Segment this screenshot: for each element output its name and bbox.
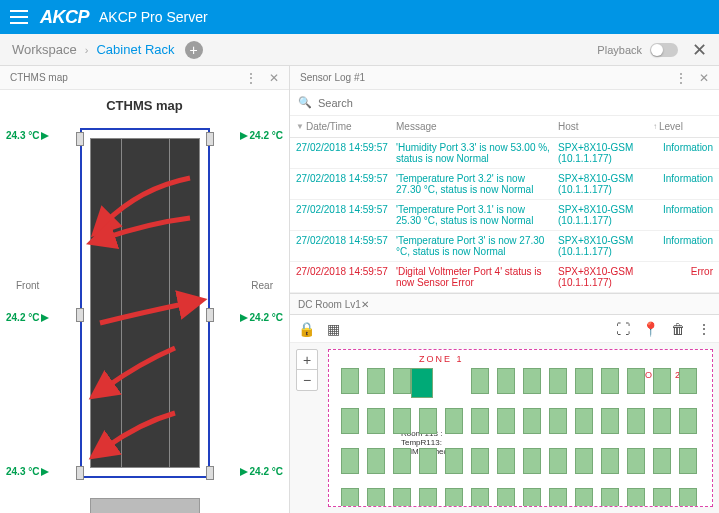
rack[interactable] <box>601 488 619 507</box>
log-row[interactable]: 27/02/2018 14:59:57'Digital Voltmeter Po… <box>290 262 719 293</box>
front-label: Front <box>16 280 39 291</box>
rack[interactable] <box>341 448 359 474</box>
rack[interactable] <box>679 368 697 394</box>
grid-icon[interactable]: ▦ <box>327 321 340 337</box>
rack[interactable] <box>419 448 437 474</box>
rack[interactable] <box>445 448 463 474</box>
focus-icon[interactable]: ⛶ <box>616 321 630 337</box>
rack[interactable] <box>497 448 515 474</box>
rack[interactable] <box>549 488 567 507</box>
more-icon[interactable]: ⋮ <box>697 321 711 337</box>
rack[interactable] <box>393 448 411 474</box>
log-menu-icon[interactable]: ⋮ <box>674 70 689 86</box>
temp-top-left: 24.3 °C <box>6 130 49 141</box>
floor-plan[interactable]: ZONE 1 ZONE 2 Room 113 : TempR113: SNMP … <box>328 349 713 507</box>
rack[interactable] <box>393 368 411 394</box>
temp-mid-right: 24.2 °C <box>240 312 283 323</box>
col-datetime[interactable]: ▼Date/Time <box>296 121 396 132</box>
rack[interactable] <box>367 368 385 394</box>
rack[interactable] <box>679 408 697 434</box>
rack[interactable] <box>445 488 463 507</box>
rack[interactable] <box>523 448 541 474</box>
add-button[interactable]: + <box>185 41 203 59</box>
rack[interactable] <box>471 448 489 474</box>
rack[interactable] <box>419 408 437 434</box>
rack[interactable] <box>653 408 671 434</box>
dc-map[interactable]: + − ZONE 1 ZONE 2 Room 113 : TempR113: S… <box>290 343 719 513</box>
rack[interactable] <box>653 448 671 474</box>
dc-close-icon[interactable]: ✕ <box>361 299 369 310</box>
zoom-in-button[interactable]: + <box>297 350 317 370</box>
cabinet <box>80 128 210 498</box>
rack[interactable] <box>367 408 385 434</box>
rack[interactable] <box>523 368 541 394</box>
rack[interactable] <box>575 448 593 474</box>
rack[interactable] <box>367 488 385 507</box>
rack[interactable] <box>341 408 359 434</box>
rack[interactable] <box>523 488 541 507</box>
cthms-title: CTHMS map <box>10 72 68 83</box>
temp-mid-left: 24.2 °C <box>6 312 49 323</box>
rack[interactable] <box>627 408 645 434</box>
close-icon[interactable]: ✕ <box>692 39 707 61</box>
col-level[interactable]: ↑ Level <box>653 121 713 132</box>
crumb-current[interactable]: Cabinet Rack <box>96 42 174 57</box>
zoom-out-button[interactable]: − <box>297 370 317 390</box>
rack[interactable] <box>341 368 359 394</box>
rack[interactable] <box>445 408 463 434</box>
col-host[interactable]: Host <box>558 121 653 132</box>
lock-icon[interactable]: 🔒 <box>298 321 315 337</box>
col-message[interactable]: Message <box>396 121 558 132</box>
rack[interactable] <box>653 488 671 507</box>
rack[interactable] <box>601 448 619 474</box>
search-input[interactable] <box>318 97 711 109</box>
rack[interactable] <box>393 488 411 507</box>
rack[interactable] <box>523 408 541 434</box>
rack[interactable] <box>549 368 567 394</box>
playback-toggle[interactable] <box>650 43 678 57</box>
rack[interactable] <box>367 448 385 474</box>
rack[interactable] <box>601 408 619 434</box>
map-title: CTHMS map <box>0 90 289 121</box>
rack[interactable] <box>575 408 593 434</box>
rack-selected[interactable] <box>411 368 433 398</box>
rack[interactable] <box>393 408 411 434</box>
rack[interactable] <box>653 368 671 394</box>
rack[interactable] <box>549 448 567 474</box>
dc-title: DC Room Lv1 <box>298 299 361 310</box>
rear-label: Rear <box>251 280 273 291</box>
rack[interactable] <box>497 408 515 434</box>
delete-icon[interactable]: 🗑 <box>671 321 685 337</box>
cthms-map: CTHMS map Front Rear 24.3 °C 24.2 °C 24.… <box>0 90 289 513</box>
menu-icon[interactable] <box>10 10 28 24</box>
rack[interactable] <box>419 488 437 507</box>
log-row[interactable]: 27/02/2018 14:59:57'Humidity Port 3.3' i… <box>290 138 719 169</box>
log-row[interactable]: 27/02/2018 14:59:57'Temperature Port 3.1… <box>290 200 719 231</box>
panel-close-icon[interactable]: ✕ <box>269 71 279 85</box>
rack[interactable] <box>471 368 489 394</box>
location-off-icon[interactable]: 📍 <box>642 321 659 337</box>
rack[interactable] <box>627 488 645 507</box>
rack[interactable] <box>471 488 489 507</box>
log-body[interactable]: 27/02/2018 14:59:57'Humidity Port 3.3' i… <box>290 138 719 293</box>
rack[interactable] <box>471 408 489 434</box>
rack[interactable] <box>575 488 593 507</box>
rack[interactable] <box>679 488 697 507</box>
rack[interactable] <box>549 408 567 434</box>
crumb-root[interactable]: Workspace <box>12 42 77 57</box>
rack[interactable] <box>627 368 645 394</box>
log-close-icon[interactable]: ✕ <box>699 71 709 85</box>
rack[interactable] <box>497 368 515 394</box>
rack[interactable] <box>497 488 515 507</box>
log-row[interactable]: 27/02/2018 14:59:57'Temperature Port 3' … <box>290 231 719 262</box>
log-row[interactable]: 27/02/2018 14:59:57'Temperature Port 3.2… <box>290 169 719 200</box>
cthms-panel-header: CTHMS map ⋮ ✕ <box>0 66 289 90</box>
log-title: Sensor Log #1 <box>300 72 365 83</box>
rack[interactable] <box>679 448 697 474</box>
crumb-sep: › <box>85 44 89 56</box>
rack[interactable] <box>341 488 359 507</box>
rack[interactable] <box>627 448 645 474</box>
rack[interactable] <box>575 368 593 394</box>
rack[interactable] <box>601 368 619 394</box>
panel-menu-icon[interactable]: ⋮ <box>244 70 259 86</box>
